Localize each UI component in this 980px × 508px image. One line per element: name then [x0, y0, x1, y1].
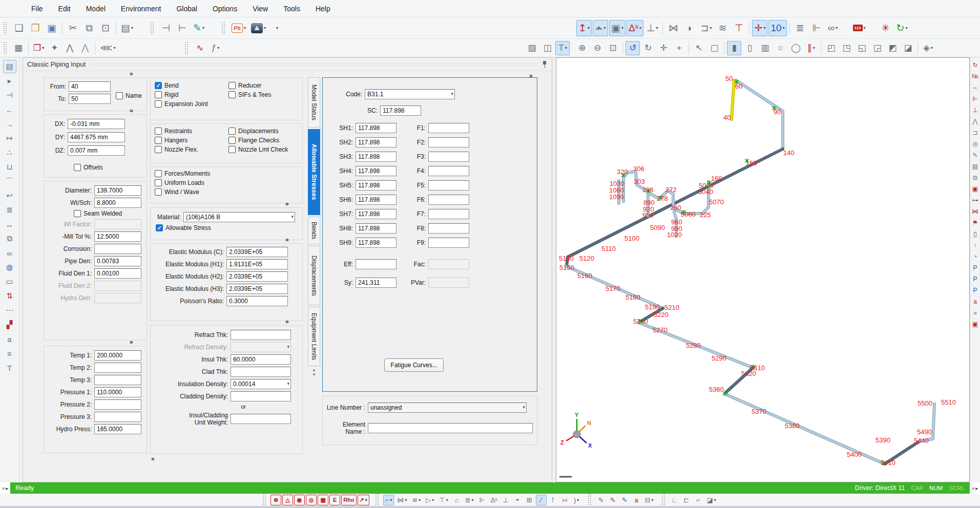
field-input[interactable]: 165.0000: [94, 424, 141, 434]
toolbar-drag-handle[interactable]: [375, 493, 379, 506]
zoom-in-icon[interactable]: ⊕: [575, 41, 589, 55]
dropdown-caret-icon[interactable]: ▾: [577, 498, 579, 502]
field-input[interactable]: 60.0000: [231, 354, 291, 365]
node-increment-icon[interactable]: 10▾: [768, 20, 786, 36]
field-input[interactable]: [231, 391, 291, 401]
checkbox-displacements[interactable]: Displacements: [228, 128, 288, 135]
checkbox-sifs-tees[interactable]: SIFs & Tees: [228, 91, 271, 98]
globe-icon[interactable]: ◍: [3, 261, 16, 274]
more-chevron-icon[interactable]: »: [971, 308, 980, 318]
find-element-icon[interactable]: ∞: [3, 246, 16, 260]
f-input[interactable]: [428, 137, 469, 147]
input-grid-icon[interactable]: ▦: [11, 41, 26, 55]
menu-view[interactable]: View: [245, 0, 276, 17]
sh-input[interactable]: 117.898: [356, 152, 397, 162]
orbit-tool-icon[interactable]: ↻: [971, 60, 980, 70]
render-ghost-icon[interactable]: ◯: [788, 41, 803, 55]
menu-tools[interactable]: Tools: [276, 0, 308, 17]
to-input[interactable]: 50: [69, 94, 111, 104]
window-title-bar[interactable]: Classic Piping Input: [23, 58, 552, 71]
piping-model-plot[interactable]: 5060409014015016032030630310301060109028…: [556, 58, 969, 482]
dropdown-caret-icon[interactable]: ▾: [836, 26, 838, 30]
menu-edit[interactable]: Edit: [51, 0, 78, 17]
new-file-icon[interactable]: ❏: [11, 20, 27, 36]
insul-show-icon[interactable]: ▯: [971, 229, 980, 239]
dropdown-caret-icon[interactable]: ▾: [763, 26, 765, 30]
pin-icon[interactable]: [541, 61, 548, 68]
nozzle-icon[interactable]: ⊐▾: [698, 20, 714, 36]
dropdown-caret-icon[interactable]: ▾: [365, 498, 367, 502]
restraint-show-icon[interactable]: ⊩: [971, 94, 980, 103]
zoom-window-icon[interactable]: ⊡: [606, 41, 620, 55]
menu-environment[interactable]: Environment: [113, 0, 169, 17]
hanger-show-icon[interactable]: ⋀: [971, 117, 980, 126]
f-input[interactable]: [428, 166, 469, 176]
restraint-b-icon[interactable]: ⊩: [477, 495, 488, 505]
error-check-icon[interactable]: ❒▾: [31, 41, 46, 55]
field-input[interactable]: 110.0000: [94, 387, 141, 397]
tab-bends[interactable]: Bends: [308, 217, 320, 244]
list-options-icon[interactable]: ⋯: [3, 304, 16, 317]
toolbar-drag-handle[interactable]: [262, 493, 266, 506]
sh-input[interactable]: 117.898: [356, 223, 397, 234]
expand-chevron[interactable]: »: [285, 236, 288, 243]
floor-icon[interactable]: ⊏: [681, 495, 692, 505]
checkbox-uniform-loads[interactable]: Uniform Loads: [155, 179, 210, 186]
dropdown-caret-icon[interactable]: ▾: [131, 26, 133, 30]
elev-icon[interactable]: ⌐: [693, 495, 704, 505]
sh-input[interactable]: 117.898: [356, 166, 397, 176]
field-input[interactable]: [94, 363, 141, 373]
restraint-box-icon[interactable]: ▣▾: [609, 20, 625, 36]
field-input[interactable]: -0.031 mm: [68, 119, 125, 129]
sh-input[interactable]: 117.898: [356, 195, 397, 205]
menu-model[interactable]: Model: [78, 0, 113, 17]
checkbox-box[interactable]: [228, 128, 236, 135]
length-icon[interactable]: ⇔: [971, 83, 980, 92]
dropdown-caret-icon[interactable]: ▾: [202, 26, 204, 30]
checkbox-box[interactable]: [155, 188, 162, 196]
allowable-stress-checkbox-box[interactable]: ✓: [156, 224, 163, 231]
checkbox-box[interactable]: [155, 179, 162, 186]
render-preview-icon[interactable]: ⛰▾: [249, 20, 268, 36]
bracket-icon[interactable]: )▾: [571, 495, 582, 505]
dropdown-caret-icon[interactable]: ▾: [931, 46, 933, 50]
sh-input[interactable]: 117.898: [356, 180, 397, 190]
sc-input[interactable]: 117.898: [380, 105, 421, 116]
dropdown-caret-icon[interactable]: ▾: [244, 26, 246, 30]
field-input[interactable]: 1.9131E+05: [226, 259, 288, 269]
insert-element-icon[interactable]: ↥▾: [576, 20, 592, 36]
stop-icon[interactable]: ▣: [971, 184, 980, 194]
print-icon[interactable]: ▤▾: [119, 20, 135, 36]
code-select[interactable]: B31.1▾: [365, 89, 455, 99]
dropdown-caret-icon[interactable]: ▾: [390, 498, 392, 502]
dropdown-caret-icon[interactable]: ▾: [639, 26, 641, 30]
dropdown-caret-icon[interactable]: ▾: [714, 498, 716, 502]
node-t-icon[interactable]: ⊺: [548, 495, 558, 505]
zoom-label-icon[interactable]: ⊟▾: [643, 495, 656, 505]
field-input[interactable]: [94, 244, 141, 254]
status-right-overflow[interactable]: »▸: [970, 485, 980, 491]
f-input[interactable]: [428, 209, 469, 219]
dropdown-caret-icon[interactable]: ▾: [113, 46, 115, 50]
menu-help[interactable]: Help: [308, 0, 338, 17]
sh-input[interactable]: 117.898: [356, 209, 397, 219]
dropdown-caret-icon[interactable]: ▾: [276, 26, 278, 30]
zoom-out-icon[interactable]: ⊖: [590, 41, 604, 55]
toolbar-drag-handle[interactable]: [3, 22, 7, 35]
dropdown-caret-icon[interactable]: ▾: [565, 46, 567, 50]
name-checkbox-box[interactable]: [116, 92, 123, 99]
dropdown-caret-icon[interactable]: ▾: [621, 26, 623, 30]
checkbox-restraints[interactable]: Restraints: [155, 128, 198, 135]
checkbox-reducer[interactable]: Reducer: [228, 82, 271, 89]
field-input[interactable]: 0.00014▾: [231, 379, 291, 389]
modulus-icon[interactable]: E: [329, 495, 340, 505]
hanger-design-icon[interactable]: ⏶▾: [593, 20, 608, 36]
valve-show-icon[interactable]: ⋈: [971, 207, 980, 216]
field-input[interactable]: 8.8000: [94, 198, 141, 208]
field-input[interactable]: 2.0339E+05: [226, 247, 288, 257]
anchor-b-icon[interactable]: ⊥: [501, 495, 511, 505]
valve-flange-icon[interactable]: ⊢: [175, 20, 190, 36]
dropdown-caret-icon[interactable]: ▾: [419, 498, 421, 502]
node-num-icon[interactable]: №: [971, 72, 980, 81]
temp-show-icon[interactable]: ↑: [971, 241, 980, 250]
